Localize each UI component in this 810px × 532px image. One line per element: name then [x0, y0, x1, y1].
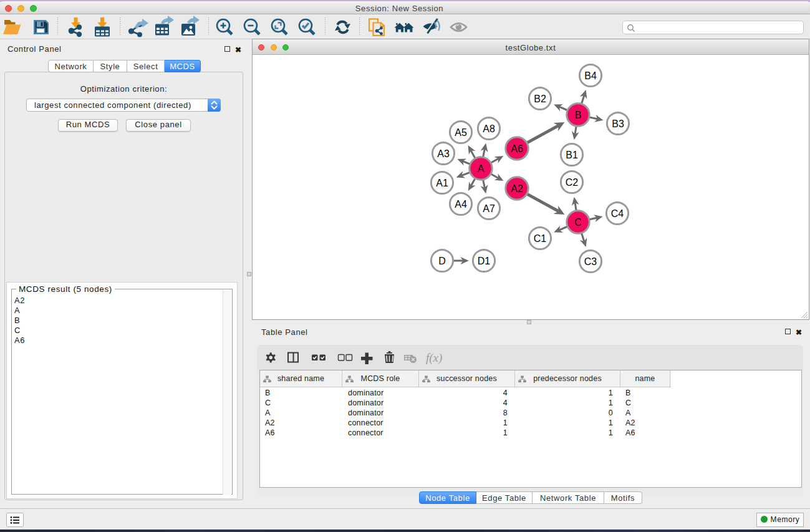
svg-text:A4: A4 — [455, 199, 467, 210]
svg-text:C: C — [574, 217, 582, 228]
svg-text:A8: A8 — [483, 123, 495, 134]
svg-text:A3: A3 — [437, 148, 450, 159]
svg-text:A6: A6 — [511, 143, 523, 154]
svg-text:C2: C2 — [566, 177, 579, 188]
svg-text:A2: A2 — [511, 183, 523, 194]
svg-text:D1: D1 — [478, 256, 491, 266]
svg-text:B3: B3 — [612, 118, 624, 129]
svg-text:A: A — [478, 163, 485, 174]
svg-text:f(x): f(x) — [426, 351, 442, 365]
svg-text:B1: B1 — [566, 150, 578, 160]
svg-text:A5: A5 — [455, 127, 467, 138]
svg-text:A1: A1 — [436, 178, 448, 188]
svg-text:B: B — [575, 110, 582, 120]
svg-text:C4: C4 — [611, 208, 624, 219]
svg-text:D: D — [438, 256, 446, 266]
svg-text:B2: B2 — [534, 94, 546, 104]
svg-text:A7: A7 — [483, 203, 495, 214]
svg-text:B4: B4 — [584, 70, 597, 81]
svg-text:C1: C1 — [534, 233, 547, 244]
svg-text:C3: C3 — [584, 256, 597, 267]
